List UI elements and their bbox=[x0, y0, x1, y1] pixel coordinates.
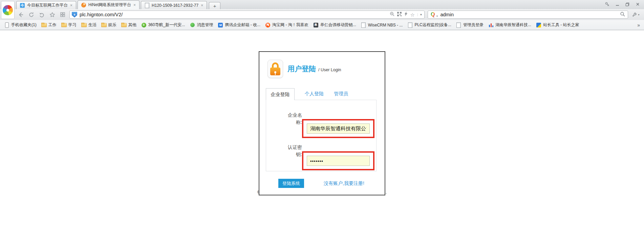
bookmark-label: 管理员登录 bbox=[463, 22, 484, 28]
page-favicon bbox=[407, 22, 413, 28]
search-magnifier-icon[interactable] bbox=[620, 12, 625, 18]
search-engine-dropdown-icon[interactable]: ▼ bbox=[436, 15, 438, 17]
folder-icon bbox=[81, 22, 87, 28]
bookmark-item[interactable]: 腾讯企业邮箱 - 收... bbox=[218, 22, 260, 28]
browser-tab[interactable]: HiNet网络系统管理平台 bbox=[78, 0, 139, 9]
tab-close-icon[interactable] bbox=[70, 3, 73, 7]
undo-history-button[interactable] bbox=[38, 11, 45, 18]
url-text[interactable]: plc.hignton.com/V2/ bbox=[80, 12, 387, 17]
login-tab[interactable]: 个人登陆 bbox=[305, 91, 324, 97]
tab-bar: 今目标互联网工作平台 HiNet网络系统管理平台 H120-1509-1617-… bbox=[0, 0, 644, 9]
lock-icon bbox=[267, 60, 283, 78]
bookmarks-bar: 手机收藏夹(1) 工作 学习 生活 娱乐 其他 360导航_新一代安... bbox=[0, 20, 644, 30]
bookmark-label: 学习 bbox=[68, 22, 77, 28]
browser-tab[interactable]: 今目标互联网工作平台 bbox=[16, 1, 76, 9]
zoom-out-icon[interactable] bbox=[390, 12, 394, 18]
bookmark-item[interactable]: 360导航_新一代安... bbox=[141, 22, 185, 28]
bookmark-label: 消息管理 bbox=[197, 22, 213, 28]
bookmark-label: 单仁合强移动营销... bbox=[320, 22, 356, 28]
address-bar-actions: ☆ ▼ bbox=[390, 12, 423, 18]
navigation-toolbar: + plc.hignton.com/V2/ ☆ ▼ Q ▼ admin bbox=[0, 9, 644, 20]
search-box[interactable]: Q ▼ admin bbox=[428, 11, 628, 19]
bookmarks-overflow-chevron[interactable]: » bbox=[637, 22, 640, 28]
login-tab-strip: 企业登陆个人登陆管理员 bbox=[266, 88, 385, 100]
tab-title: H120-1509-1617-2932-77 bbox=[152, 3, 198, 8]
bookmark-label: 站长工具 - 站长之家 bbox=[543, 22, 579, 28]
browser-menu-button[interactable] bbox=[1, 1, 15, 19]
folder-icon bbox=[121, 22, 127, 28]
search-input[interactable]: admin bbox=[440, 12, 618, 17]
qr-code-icon[interactable] bbox=[397, 12, 402, 18]
login-button[interactable]: 登陆系统 bbox=[278, 179, 304, 188]
address-dropdown-arrow-icon[interactable]: ▼ bbox=[417, 13, 423, 16]
tencent-mail-favicon bbox=[218, 22, 223, 28]
bookmark-item[interactable]: 单仁合强移动营销... bbox=[313, 22, 356, 28]
company-name-row: 企业名称: bbox=[266, 112, 376, 138]
address-bar[interactable]: + plc.hignton.com/V2/ ☆ ▼ bbox=[69, 11, 425, 19]
favorites-star-button[interactable] bbox=[48, 11, 56, 18]
bookmark-item[interactable]: 湖南华辰智通科技... bbox=[488, 22, 531, 28]
bookmark-item[interactable]: PLC远程监控|设备... bbox=[407, 22, 451, 28]
tools-dropdown-icon: ▼ bbox=[638, 14, 640, 16]
bookmark-item[interactable]: 手机收藏夹(1) bbox=[4, 22, 37, 28]
login-header: 用户登陆 / User Login bbox=[259, 52, 385, 81]
folder-icon bbox=[41, 22, 47, 28]
login-actions: 登陆系统 没有账户,我要注册! bbox=[278, 179, 385, 195]
bookmark-item[interactable]: 站长工具 - 站长之家 bbox=[536, 22, 579, 28]
bookmark-item[interactable]: 学习 bbox=[61, 22, 77, 28]
browser-chrome: 今目标互联网工作平台 HiNet网络系统管理平台 H120-1509-1617-… bbox=[0, 0, 644, 30]
bookmark-label: 生活 bbox=[88, 22, 96, 28]
login-tab[interactable]: 管理员 bbox=[334, 91, 348, 97]
tab-close-icon[interactable] bbox=[133, 3, 136, 7]
refresh-button[interactable] bbox=[27, 11, 35, 18]
new-tab-button[interactable]: + bbox=[209, 2, 220, 9]
bookmark-item[interactable]: 管理员登录 bbox=[456, 22, 484, 28]
bookmark-item[interactable]: 生活 bbox=[81, 22, 96, 28]
login-panel: 用户登陆 / User Login 企业登陆个人登陆管理员 企业名称: 认证密钥… bbox=[259, 51, 385, 195]
login-tab[interactable]: 企业登陆 bbox=[266, 88, 295, 100]
register-link[interactable]: 没有账户,我要注册! bbox=[324, 180, 364, 187]
close-button[interactable] bbox=[632, 1, 643, 7]
tab-close-icon[interactable] bbox=[200, 3, 203, 7]
auth-key-input[interactable] bbox=[307, 156, 370, 166]
auth-key-row: 认证密钥: bbox=[266, 144, 376, 170]
company-name-input[interactable] bbox=[307, 123, 370, 134]
restore-button[interactable] bbox=[622, 1, 632, 7]
collect-grid-button[interactable] bbox=[59, 11, 66, 18]
minimize-button[interactable] bbox=[612, 1, 622, 7]
security-shield-icon[interactable]: + bbox=[72, 12, 77, 18]
back-button[interactable] bbox=[17, 11, 24, 18]
bookmark-item[interactable]: 工作 bbox=[41, 22, 57, 28]
browser-tab[interactable]: H120-1509-1617-2932-77 bbox=[141, 1, 207, 9]
bookmark-item[interactable]: 娱乐 bbox=[101, 22, 116, 28]
bookmark-item[interactable]: 淘宝网 - 淘！我喜欢 bbox=[265, 22, 308, 28]
tab-title: 今目标互联网工作平台 bbox=[27, 2, 68, 8]
bookmark-label: 其他 bbox=[128, 22, 136, 28]
barchart-favicon bbox=[488, 22, 494, 28]
bookmark-label: PLC远程监控|设备... bbox=[414, 22, 451, 28]
lightning-extension-icon[interactable] bbox=[404, 12, 408, 18]
login-form-panel: 企业名称: 认证密钥: bbox=[266, 100, 377, 171]
bookmark-label: 腾讯企业邮箱 - 收... bbox=[225, 22, 260, 28]
bookmark-item[interactable]: WiseCRM NBS - ... bbox=[361, 22, 403, 28]
tab-title: HiNet网络系统管理平台 bbox=[88, 2, 131, 8]
window-controls bbox=[602, 0, 644, 7]
folder-icon bbox=[61, 22, 67, 28]
page-favicon bbox=[144, 3, 150, 8]
phone-favorites-icon bbox=[4, 22, 9, 28]
bookmark-label: 娱乐 bbox=[108, 22, 116, 28]
green-dot-favicon bbox=[190, 22, 195, 28]
company-name-label: 企业名称: bbox=[266, 112, 302, 126]
account-key-icon[interactable] bbox=[602, 1, 612, 7]
bookmark-item[interactable]: 其他 bbox=[121, 22, 136, 28]
bookmark-item[interactable]: 消息管理 bbox=[190, 22, 213, 28]
bookmark-star-icon[interactable]: ☆ bbox=[410, 12, 415, 17]
bookmark-label: 手机收藏夹(1) bbox=[11, 22, 37, 28]
360-browser-logo-icon bbox=[3, 5, 13, 15]
dark-site-favicon bbox=[313, 22, 319, 28]
tools-wrench-button[interactable]: ▼ bbox=[631, 12, 641, 17]
search-engine-logo[interactable]: Q bbox=[431, 12, 435, 17]
highlight-box bbox=[302, 119, 374, 138]
login-subtitle: / User Login bbox=[318, 68, 341, 72]
bookmark-label: 淘宝网 - 淘！我喜欢 bbox=[272, 22, 308, 28]
